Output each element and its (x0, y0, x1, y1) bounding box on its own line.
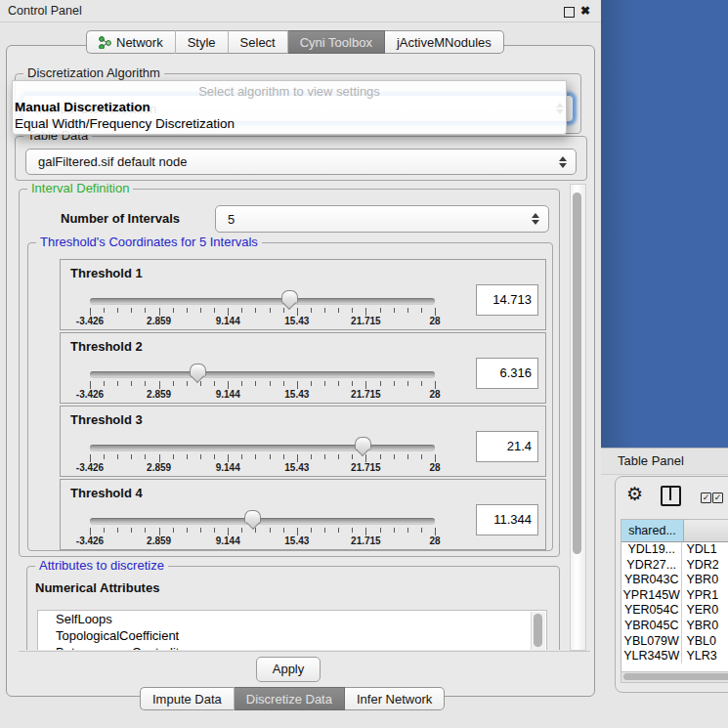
cell-name[interactable]: YPR1 (682, 588, 728, 604)
cell-name[interactable]: YDR2 (682, 558, 728, 574)
close-icon[interactable]: ✖ (580, 4, 590, 18)
float-window-icon[interactable] (564, 7, 575, 18)
cell-name[interactable]: YBL0 (682, 634, 728, 650)
interval-definition-label: Interval Definition (27, 183, 133, 195)
gear-icon[interactable]: ⚙ (626, 485, 643, 503)
tab-jactivemnodules[interactable]: jActiveMNodules (385, 30, 504, 54)
tab-cyni-toolbox[interactable]: Cyni Toolbox (288, 30, 385, 54)
threshold-slider-track[interactable] (90, 298, 435, 305)
tab-label: Impute Data (152, 692, 222, 707)
cell-name[interactable]: YLR3 (682, 649, 728, 664)
cell-name[interactable]: YDL1 (682, 542, 728, 558)
algorithm-hint-option[interactable]: Select algorithm to view settings (13, 84, 566, 99)
table-row[interactable]: YPR145WYPR1 (621, 588, 728, 604)
threshold-value-field[interactable]: 6.316 (476, 358, 538, 389)
settings-scrollbar[interactable] (570, 184, 586, 651)
cell-name[interactable]: YER0 (682, 603, 728, 619)
numerical-attributes-list[interactable]: SelfLoopsTopologicalCoefficientBetweenne… (37, 610, 547, 650)
cell-shared-name[interactable]: YBR045C (621, 619, 682, 634)
table-header-row: shared... na (621, 520, 728, 542)
cell-shared-name[interactable]: YBL079W (621, 634, 682, 650)
threshold-value-field[interactable]: 11.344 (476, 504, 538, 535)
slider-tick-labels: -3.4262.8599.14415.4321.71528 (61, 462, 545, 474)
cell-shared-name[interactable]: YLR345W (621, 649, 682, 664)
interval-definition-group: Interval Definition Number of Intervals … (19, 189, 560, 557)
table-horizontal-scrollbar[interactable] (621, 671, 728, 683)
apply-button[interactable]: Apply (256, 657, 321, 682)
checkbox-icon[interactable]: ✓ (701, 492, 711, 503)
threshold-value-field[interactable]: 14.713 (476, 284, 538, 316)
algorithm-option[interactable]: Equal Width/Frequency Discretization (13, 115, 566, 132)
slider-ticks (61, 454, 545, 462)
control-panel-titlebar: Control Panel ✖ (0, 0, 601, 22)
thresholds-group-label: Threshold's Coordinates for 5 Intervals (36, 236, 262, 249)
attribute-list-item[interactable]: SelfLoops (38, 611, 546, 627)
column-header-name[interactable]: na (684, 520, 728, 541)
checkbox-icon[interactable]: ✓ (712, 492, 723, 503)
column-header-shared[interactable]: shared... (621, 520, 684, 541)
tab-label: Infer Network (357, 692, 432, 707)
slider-tick-labels: -3.4262.8599.14415.4321.71528 (61, 316, 545, 327)
threshold-slider-track[interactable] (90, 445, 435, 451)
attribute-list-item[interactable]: BetweennessCentrality (38, 644, 546, 650)
attribute-list-item[interactable]: TopologicalCoefficient (38, 627, 546, 644)
threshold-slider-thumb[interactable] (355, 437, 371, 450)
attributes-group: Attributes to discretize Numerical Attri… (26, 566, 560, 650)
cell-shared-name[interactable]: YPR145W (621, 588, 682, 604)
thresholds-group: Threshold's Coordinates for 5 Intervals … (27, 242, 553, 551)
table-row[interactable]: YBR045CYBR0 (621, 619, 728, 634)
threshold-label: Threshold 4 (70, 486, 143, 500)
tab-style[interactable]: Style (176, 30, 229, 54)
cell-shared-name[interactable]: YBR043C (621, 573, 682, 588)
tab-discretize-data[interactable]: Discretize Data (235, 687, 345, 710)
slider-ticks (61, 381, 545, 389)
table-panel: ⚙ ✓ ✓ shared... na YDL19...YDL1YDR27...Y… (615, 476, 728, 693)
attributes-group-label: Attributes to discretize (35, 559, 168, 573)
table-rows: YDL19...YDL1YDR27...YDR2YBR043CYBR0YPR14… (621, 542, 728, 664)
cell-name[interactable]: YBR0 (682, 619, 728, 634)
tab-infer-network[interactable]: Infer Network (345, 687, 445, 710)
cell-shared-name[interactable]: YER054C (621, 603, 682, 619)
numerical-attributes-heading: Numerical Attributes (35, 580, 159, 595)
tab-label: Cyni Toolbox (300, 35, 372, 50)
table-row[interactable]: YDL19...YDL1 (621, 542, 728, 558)
table-row[interactable]: YLR345WYLR3 (621, 649, 728, 664)
tab-network[interactable]: Network (86, 30, 176, 54)
cell-shared-name[interactable]: YDR27... (621, 558, 682, 574)
table-row[interactable]: YBR043CYBR0 (621, 573, 728, 588)
cyni-toolbox-panel: Discretization Algorithm Manual Discreti… (6, 45, 595, 697)
tab-select[interactable]: Select (229, 30, 288, 54)
threshold-slider-track[interactable] (90, 518, 435, 525)
tab-impute-data[interactable]: Impute Data (140, 687, 235, 710)
split-columns-icon[interactable] (661, 486, 681, 506)
algorithm-option[interactable]: Manual Discretization (13, 99, 566, 115)
slider-ticks (61, 528, 545, 535)
table-row[interactable]: YER054CYER0 (621, 603, 728, 619)
apply-separator (19, 651, 590, 652)
algorithm-dropdown-popup: Select algorithm to view settings Manual… (12, 80, 567, 135)
table-row[interactable]: YBL079WYBL0 (621, 634, 728, 650)
number-of-intervals-label: Number of Intervals (61, 211, 180, 226)
tab-label: jActiveMNodules (397, 35, 492, 50)
number-of-intervals-combobox[interactable]: 5 (215, 205, 549, 233)
settings-viewport: Interval Definition Number of Intervals … (13, 183, 570, 650)
network-desktop: GAL80GCGAL11GAL4GCY1HHAP2 (601, 0, 728, 448)
attributes-scrollbar[interactable] (531, 612, 545, 650)
table-row[interactable]: YDR27...YDR2 (621, 558, 728, 574)
algorithm-options: Manual DiscretizationEqual Width/Frequen… (13, 99, 566, 132)
threshold-slider-thumb[interactable] (281, 290, 298, 304)
threshold-slider-track[interactable] (90, 371, 435, 378)
table-horizontal-scrollbar-thumb[interactable] (623, 673, 728, 680)
discretization-algorithm-label: Discretization Algorithm (23, 66, 164, 80)
table-panel-title: Table Panel (618, 453, 684, 468)
tab-label: Network (116, 35, 163, 50)
node-attribute-table: shared... na YDL19...YDL1YDR27...YDR2YBR… (621, 519, 728, 673)
cell-name[interactable]: YBR0 (682, 573, 728, 588)
threshold-slider-thumb[interactable] (244, 510, 261, 524)
table-data-combobox[interactable]: galFiltered.sif default node (25, 149, 577, 175)
threshold-slider-thumb[interactable] (190, 364, 206, 377)
threshold-value-field[interactable]: 21.4 (476, 431, 538, 462)
settings-scrollbar-thumb[interactable] (573, 193, 581, 554)
threshold-label: Threshold 2 (70, 339, 143, 354)
cell-shared-name[interactable]: YDL19... (621, 542, 682, 558)
